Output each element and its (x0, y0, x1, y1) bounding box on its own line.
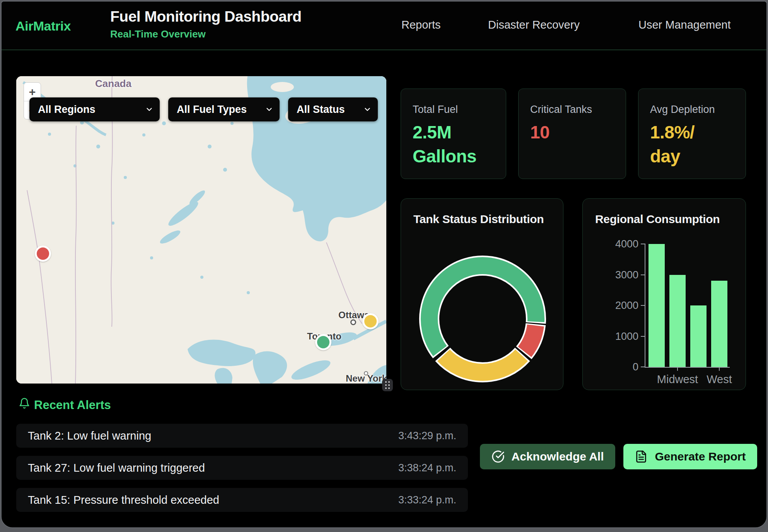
map-filters: All Regions All Fuel Types All Status (29, 97, 378, 121)
bar-col1 (649, 244, 665, 367)
donut-segment-normal (429, 266, 536, 351)
regional-consumption-card: Regional Consumption 01000200030004000Mi… (582, 198, 746, 390)
stat-card-critical-tanks: Critical Tanks 10 (518, 89, 626, 179)
tank-status-donut-chart (401, 199, 564, 390)
nav-item-user-management[interactable]: User Management (638, 19, 731, 31)
y-axis-tick-label: 4000 (610, 238, 638, 250)
screen: AirMatrix Fuel Monitoring Dashboard Real… (0, 0, 768, 532)
generate-report-button[interactable]: Generate Report (623, 444, 757, 469)
tank-marker-warning[interactable] (362, 313, 379, 329)
stat-value-critical-tanks: 10 (530, 120, 614, 144)
stat-label: Critical Tanks (530, 104, 614, 116)
brand-logo: AirMatrix (15, 19, 71, 34)
chevron-down-icon (145, 105, 154, 114)
nav-item-disaster-recovery[interactable]: Disaster Recovery (488, 19, 580, 31)
map-resize-handle[interactable] (382, 379, 393, 391)
bell-icon (19, 397, 30, 409)
region-filter-value: All Regions (38, 104, 96, 116)
acknowledge-all-button[interactable]: Acknowledge All (480, 444, 615, 469)
y-axis-tick-mark (641, 367, 645, 367)
alert-text: Tank 27: Low fuel warning triggered (28, 462, 205, 474)
chevron-down-icon (265, 105, 273, 114)
alert-time: 3:38:24 p.m. (398, 462, 456, 474)
ottawa-city-dot (350, 319, 356, 325)
regional-consumption-bar-chart: 01000200030004000MidwestWest (645, 244, 730, 368)
stat-card-total-fuel: Total Fuel 2.5M Gallons (401, 89, 506, 179)
title-block: Fuel Monitoring Dashboard Real-Time Over… (110, 8, 301, 40)
bar-Midwest (669, 275, 686, 367)
tank-marker-critical[interactable] (35, 246, 51, 262)
status-filter-value: All Status (297, 104, 345, 116)
page-subtitle: Real-Time Overview (110, 28, 301, 40)
y-axis-tick-mark (641, 305, 645, 306)
generate-report-label: Generate Report (655, 450, 746, 463)
stat-card-avg-depletion: Avg Depletion 1.8%/ day (638, 89, 746, 179)
alert-row[interactable]: Tank 27: Low fuel warning triggered 3:38… (16, 456, 468, 480)
donut-segment-warning (444, 355, 522, 372)
region-filter-select[interactable]: All Regions (29, 97, 160, 121)
bar-col3 (690, 305, 707, 367)
stat-label: Total Fuel (413, 104, 494, 116)
y-axis-tick-mark (641, 336, 645, 337)
donut-segment-critical (525, 326, 536, 352)
alert-text: Tank 2: Low fuel warning (28, 430, 151, 442)
alert-row[interactable]: Tank 2: Low fuel warning 3:43:29 p.m. (16, 424, 468, 448)
y-axis-tick-mark (641, 244, 645, 244)
alert-time: 3:33:24 p.m. (398, 494, 456, 506)
x-axis-tick-label: West (688, 373, 750, 386)
bar-West (711, 281, 727, 367)
y-axis-tick-mark (641, 275, 645, 275)
acknowledge-all-label: Acknowledge All (512, 450, 604, 463)
page-title: Fuel Monitoring Dashboard (110, 8, 301, 25)
y-axis-tick-label: 1000 (610, 331, 638, 343)
x-axis-tick-mark (719, 367, 720, 371)
stat-label: Avg Depletion (650, 104, 734, 116)
dashboard-app: AirMatrix Fuel Monitoring Dashboard Real… (1, 1, 767, 528)
x-axis-tick-mark (677, 367, 678, 371)
chevron-down-icon (363, 105, 372, 114)
alert-text: Tank 15: Pressure threshold exceeded (28, 494, 219, 506)
status-filter-select[interactable]: All Status (288, 97, 378, 121)
document-icon (635, 450, 648, 463)
stat-value-total-fuel: 2.5M Gallons (413, 120, 494, 168)
nav-item-reports[interactable]: Reports (401, 19, 441, 31)
y-axis-tick-label: 0 (610, 361, 638, 373)
app-header: AirMatrix Fuel Monitoring Dashboard Real… (2, 2, 766, 50)
y-axis-tick-label: 3000 (610, 269, 638, 281)
stat-value-avg-depletion: 1.8%/ day (650, 120, 734, 168)
recent-alerts-title: Recent Alerts (34, 398, 111, 412)
fuel-type-filter-value: All Fuel Types (177, 104, 247, 116)
map-label-canada: Canada (92, 78, 135, 90)
new-york-city-dot (364, 371, 368, 375)
y-axis-tick-label: 2000 (610, 300, 638, 312)
alert-time: 3:43:29 p.m. (398, 430, 456, 442)
chart-title: Regional Consumption (595, 213, 720, 226)
check-circle-icon (492, 450, 505, 463)
tank-status-distribution-card: Tank Status Distribution (401, 198, 563, 390)
alert-row[interactable]: Tank 15: Pressure threshold exceeded 3:3… (16, 488, 468, 512)
fuel-type-filter-select[interactable]: All Fuel Types (168, 97, 280, 121)
fuel-map[interactable]: Canada Ottawa Toronto New York + − All R… (16, 76, 386, 384)
tank-marker-normal[interactable] (315, 334, 331, 350)
